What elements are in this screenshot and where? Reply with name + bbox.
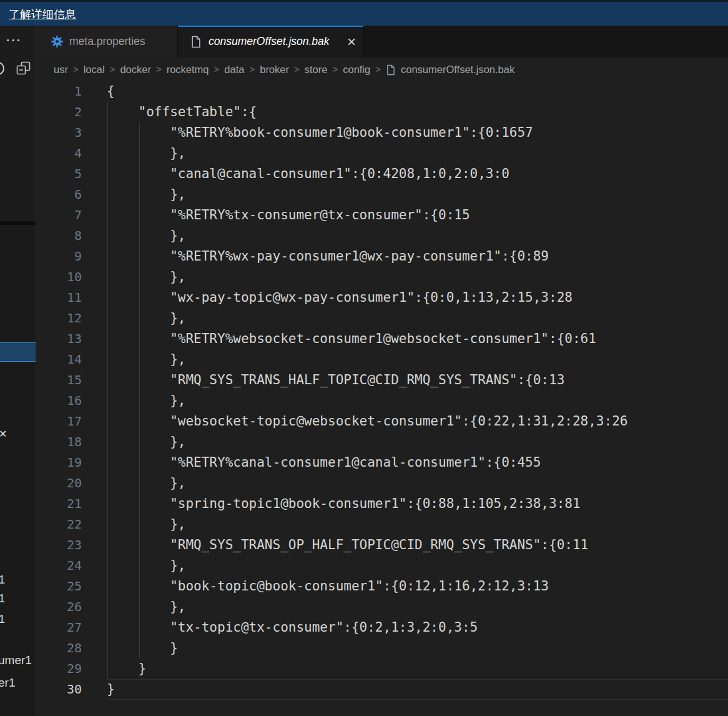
code-text[interactable]: "tx-topic@tx-consumer":{0:2,1:3,2:0,3:5: [82, 617, 478, 638]
code-line: 25 "book-topic@book-consumer1":{0:12,1:1…: [37, 576, 728, 597]
line-number: 28: [37, 638, 82, 659]
code-text[interactable]: },: [82, 390, 185, 411]
code-line: 10 },: [37, 267, 728, 287]
code-text[interactable]: "book-topic@book-consumer1":{0:12,1:16,2…: [82, 576, 549, 597]
code-text[interactable]: },: [82, 184, 185, 205]
chevron-right-icon: >: [249, 64, 255, 74]
chevron-right-icon: >: [110, 64, 116, 74]
sidebar-item[interactable]: 1: [0, 592, 5, 605]
code-line: 24 },: [37, 555, 728, 576]
code-text[interactable]: {: [82, 81, 115, 102]
line-number: 26: [37, 597, 82, 617]
line-number: 5: [37, 164, 82, 184]
sidebar-section-divider: [0, 221, 36, 225]
code-text[interactable]: "offsetTable":{: [82, 102, 257, 122]
more-actions-icon[interactable]: ···: [6, 34, 22, 47]
code-line: 29 }: [37, 659, 728, 679]
code-text[interactable]: },: [82, 308, 185, 329]
code-text[interactable]: },: [82, 143, 185, 164]
code-text[interactable]: "wx-pay-topic@wx-pay-consumer1":{0:0,1:1…: [82, 287, 573, 308]
code-text[interactable]: "spring-topic1@book-consumer1":{0:88,1:1…: [82, 494, 581, 514]
tab-meta-properties[interactable]: meta.properties: [36, 26, 178, 57]
code-line: 11 "wx-pay-topic@wx-pay-consumer1":{0:0,…: [37, 287, 728, 308]
code-text[interactable]: },: [82, 226, 185, 246]
chevron-right-icon: >: [375, 64, 381, 74]
code-lines: 1{2 "offsetTable":{3 "%RETRY%book-consum…: [37, 81, 728, 700]
learn-more-link[interactable]: 了解详细信息: [9, 7, 76, 22]
line-number: 8: [37, 226, 82, 246]
breadcrumb-item[interactable]: data: [224, 64, 244, 76]
breadcrumb-item[interactable]: usr: [54, 64, 68, 76]
line-number: 21: [37, 494, 82, 514]
code-text[interactable]: "websocket-topic@websocket-consumer1":{0…: [82, 411, 627, 432]
code-text[interactable]: },: [82, 432, 185, 452]
code-text[interactable]: "RMQ_SYS_TRANS_OP_HALF_TOPIC@CID_RMQ_SYS…: [82, 535, 588, 555]
code-line: 21 "spring-topic1@book-consumer1":{0:88,…: [37, 494, 728, 514]
sidebar-item[interactable]: er1: [0, 676, 15, 690]
breadcrumb-item[interactable]: config: [343, 64, 370, 76]
tab-label: meta.properties: [69, 35, 145, 48]
tab-label: consumerOffset.json.bak: [209, 35, 330, 48]
line-number: 19: [37, 452, 82, 473]
code-line: 17 "websocket-topic@websocket-consumer1"…: [37, 411, 728, 432]
code-text[interactable]: "%RETRY%websocket-consumer1@websocket-co…: [82, 329, 596, 349]
line-number: 4: [37, 143, 82, 164]
code-text[interactable]: "%RETRY%canal-consumer1@canal-consumer1"…: [82, 452, 541, 473]
code-line: 14 },: [37, 349, 728, 370]
editor[interactable]: 1{2 "offsetTable":{3 "%RETRY%book-consum…: [37, 81, 728, 716]
code-text[interactable]: }: [82, 659, 146, 679]
sidebar-button[interactable]: [0, 342, 36, 362]
collapse-all-icon[interactable]: [16, 61, 32, 77]
breadcrumb-file[interactable]: consumerOffset.json.bak: [401, 64, 514, 76]
notification-banner: 了解详细信息: [0, 0, 728, 26]
breadcrumb-item[interactable]: local: [84, 64, 105, 76]
sidebar-item[interactable]: 1: [0, 574, 5, 587]
line-number: 10: [37, 267, 82, 287]
line-number: 15: [37, 370, 82, 390]
line-number: 9: [37, 246, 82, 267]
code-line: 23 "RMQ_SYS_TRANS_OP_HALF_TOPIC@CID_RMQ_…: [37, 535, 728, 555]
code-text[interactable]: "%RETRY%book-consumer1@book-consumer1":{…: [82, 122, 533, 143]
code-line: 5 "canal@canal-consumer1":{0:4208,1:0,2:…: [37, 164, 728, 184]
code-text[interactable]: "%RETRY%tx-consumer@tx-consumer":{0:15: [82, 205, 470, 226]
line-number: 6: [37, 184, 82, 205]
breadcrumb-item[interactable]: store: [305, 64, 328, 76]
code-text[interactable]: },: [82, 514, 185, 535]
code-line: 1{: [37, 81, 728, 102]
line-number: 30: [37, 679, 82, 700]
breadcrumb-item[interactable]: rocketmq: [167, 64, 209, 76]
code-text[interactable]: },: [82, 597, 185, 617]
file-icon: [190, 36, 201, 48]
code-text[interactable]: "%RETRY%wx-pay-consumer1@wx-pay-consumer…: [82, 246, 549, 267]
line-number: 16: [37, 390, 82, 411]
code-text[interactable]: },: [82, 555, 185, 576]
code-text[interactable]: }: [82, 638, 178, 659]
code-line: 18 },: [37, 432, 728, 452]
line-number: 25: [37, 576, 82, 597]
line-number: 13: [37, 329, 82, 349]
code-line: 28 }: [37, 638, 728, 659]
close-tab-icon[interactable]: ×: [347, 36, 356, 48]
line-number: 14: [37, 349, 82, 370]
code-text[interactable]: },: [82, 473, 185, 494]
code-line: 2 "offsetTable":{: [37, 102, 728, 122]
chevron-right-icon: >: [214, 64, 220, 74]
breadcrumb: usr>local>docker>rocketmq>data>broker>st…: [37, 57, 728, 81]
breadcrumb-item[interactable]: docker: [120, 64, 151, 76]
code-text[interactable]: }: [82, 679, 115, 700]
code-text[interactable]: },: [82, 349, 185, 370]
sidebar-item[interactable]: umer1: [0, 654, 32, 667]
code-line: 6 },: [37, 184, 728, 205]
line-number: 29: [37, 659, 82, 679]
line-number: 20: [37, 473, 82, 494]
code-text[interactable]: },: [82, 267, 185, 287]
close-icon[interactable]: ✕: [0, 428, 7, 440]
tab-consumer-offset[interactable]: consumerOffset.json.bak ×: [178, 26, 364, 57]
code-text[interactable]: "RMQ_SYS_TRANS_HALF_TOPIC@CID_RMQ_SYS_TR…: [82, 370, 564, 390]
sidebar: ··· ✕ 111umer1er1: [0, 26, 36, 716]
sidebar-item[interactable]: 1: [0, 613, 5, 626]
line-number: 17: [37, 411, 82, 432]
line-number: 2: [37, 102, 82, 122]
code-text[interactable]: "canal@canal-consumer1":{0:4208,1:0,2:0,…: [82, 164, 509, 184]
breadcrumb-item[interactable]: broker: [260, 64, 289, 76]
